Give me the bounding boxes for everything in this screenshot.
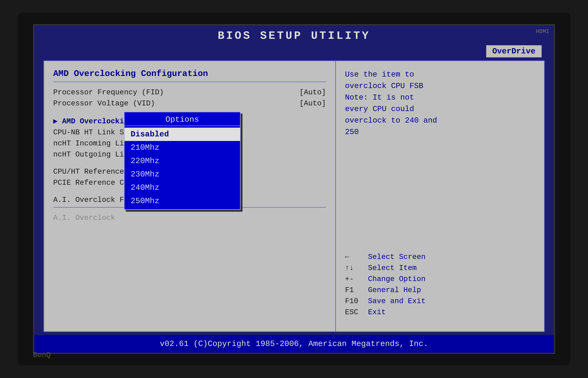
key-row-f1: F1 General Help [345, 286, 426, 294]
key-save-exit: Save and Exit [368, 297, 426, 305]
vid-label: Processor Voltage (VID) [53, 99, 155, 108]
key-general-help: General Help [368, 286, 421, 294]
key-row-f10: F10 Save and Exit [345, 297, 426, 305]
divider [53, 81, 326, 82]
key-help: ← Select Screen ↑↓ Select Item +- Change… [345, 253, 426, 319]
key-arrow: ← [345, 253, 363, 261]
monitor-frame: BIOS SETUP UTILITY OverDrive AMD Overclo… [18, 13, 571, 365]
main-content: AMD Overclocking Configuration Processor… [43, 60, 545, 332]
bios-wrapper: BIOS SETUP UTILITY OverDrive AMD Overclo… [34, 25, 554, 353]
screen: BIOS SETUP UTILITY OverDrive AMD Overclo… [33, 24, 555, 354]
key-exit: Exit [368, 308, 386, 316]
ai-overclock-label: A.I. Overclock [53, 214, 115, 222]
footer-text: v02.61 (C)Copyright 1985-2006, American … [160, 339, 428, 348]
key-row-screen: ← Select Screen [345, 253, 426, 261]
options-title: Options [125, 112, 240, 126]
key-change: Change Option [368, 275, 426, 283]
key-item: Select Item [368, 264, 417, 272]
fid-value: [Auto] [300, 88, 326, 96]
option-210[interactable]: 210Mhz [125, 141, 240, 154]
key-row-change: +- Change Option [345, 275, 426, 283]
option-220[interactable]: 220Mhz [125, 154, 240, 168]
benq-label: BenQ [33, 351, 51, 359]
tab-row: OverDrive [34, 45, 554, 57]
option-230[interactable]: 230Mhz [125, 168, 240, 181]
key-row-item: ↑↓ Select Item [345, 264, 426, 272]
menu-item-ai-overclock[interactable]: A.I. Overclock [53, 214, 326, 222]
vid-value: [Auto] [300, 99, 326, 108]
key-f1: F1 [345, 286, 363, 294]
right-panel: Use the item tooverclock CPU FSBNote: It… [336, 61, 544, 331]
options-popup: Options Disabled 210Mhz 220Mhz 230Mhz 24… [124, 112, 241, 210]
bios-title: BIOS SETUP UTILITY [218, 30, 370, 42]
key-row-esc: ESC Exit [345, 308, 426, 316]
key-esc: ESC [345, 308, 363, 316]
hdmi-label: HDMI [536, 28, 549, 35]
options-list: Disabled 210Mhz 220Mhz 230Mhz 240Mhz 250… [125, 126, 240, 209]
option-250[interactable]: 250Mhz [125, 194, 240, 208]
fid-label: Processor Frequency (FID) [53, 88, 164, 96]
help-text: Use the item tooverclock CPU FSBNote: It… [345, 69, 535, 138]
key-f10: F10 [345, 297, 363, 305]
left-panel: AMD Overclocking Configuration Processor… [44, 61, 336, 331]
key-updown: ↑↓ [345, 264, 363, 272]
section-title: AMD Overclocking Configuration [53, 69, 326, 79]
menu-item-vid[interactable]: Processor Voltage (VID) [Auto] [53, 99, 326, 108]
key-plusminus: +- [345, 275, 363, 283]
menu-item-fid[interactable]: Processor Frequency (FID) [Auto] [53, 88, 326, 96]
tab-overdrive[interactable]: OverDrive [486, 45, 542, 57]
option-240[interactable]: 240Mhz [125, 181, 240, 194]
key-screen: Select Screen [368, 253, 426, 261]
bottom-bar: v02.61 (C)Copyright 1985-2006, American … [34, 335, 554, 353]
option-disabled[interactable]: Disabled [125, 128, 240, 141]
title-bar: BIOS SETUP UTILITY [34, 25, 554, 45]
